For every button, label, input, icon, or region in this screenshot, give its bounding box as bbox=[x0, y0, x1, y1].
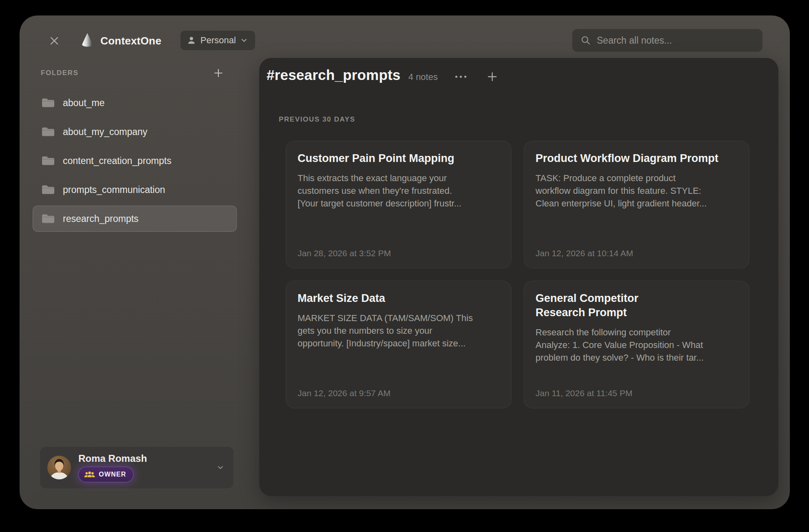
folders-heading: FOLDERS bbox=[41, 69, 78, 77]
folder-icon bbox=[41, 155, 55, 166]
plus-icon bbox=[487, 71, 498, 82]
workspace-label: Personal bbox=[200, 35, 236, 46]
more-options-button[interactable] bbox=[452, 73, 469, 81]
folder-name: content_creation_prompts bbox=[63, 155, 171, 166]
add-note-button[interactable] bbox=[485, 69, 500, 84]
folder-item-about_me[interactable]: about_me bbox=[33, 90, 237, 116]
plus-icon bbox=[213, 68, 224, 78]
folder-list: about_me about_my_company content_creati… bbox=[33, 90, 237, 232]
close-button[interactable] bbox=[47, 33, 62, 48]
note-card[interactable]: Market Size Data MARKET SIZE DATA (TAM/S… bbox=[286, 281, 511, 408]
folder-item-prompts_communication[interactable]: prompts_communication bbox=[33, 177, 237, 203]
notes-panel: #research_prompts 4 notes PREVIOUS 30 DA… bbox=[259, 58, 778, 496]
search-icon bbox=[580, 35, 591, 46]
ellipsis-icon bbox=[454, 74, 468, 79]
note-date: Jan 11, 2026 at 11:45 PM bbox=[536, 388, 738, 398]
workspace-switcher[interactable]: Personal bbox=[180, 31, 255, 50]
note-card[interactable]: Customer Pain Point Mapping This extract… bbox=[286, 141, 511, 268]
close-icon bbox=[48, 35, 60, 47]
chevron-down-icon bbox=[216, 463, 224, 472]
search-input[interactable]: Search all notes... bbox=[572, 29, 762, 52]
note-title: General Competitor Research Prompt bbox=[536, 291, 738, 320]
note-title: Product Workflow Diagram Prompt bbox=[536, 151, 738, 166]
folder-name: about_me bbox=[63, 98, 104, 109]
folder-item-about_my_company[interactable]: about_my_company bbox=[33, 119, 237, 145]
note-card[interactable]: General Competitor Research Prompt Resea… bbox=[524, 281, 749, 408]
add-folder-button[interactable] bbox=[211, 66, 225, 80]
owner-badge: OWNER bbox=[78, 467, 133, 482]
folder-name: prompts_communication bbox=[63, 184, 165, 195]
note-title: Customer Pain Point Mapping bbox=[298, 151, 500, 166]
role-label: OWNER bbox=[99, 471, 126, 478]
note-excerpt: MARKET SIZE DATA (TAM/SAM/SOM) This gets… bbox=[298, 312, 500, 350]
note-excerpt: TASK: Produce a complete product workflo… bbox=[536, 172, 738, 210]
panel-header: #research_prompts 4 notes bbox=[267, 67, 500, 83]
note-date: Jan 28, 2026 at 3:52 PM bbox=[298, 248, 500, 258]
app-title: ContextOne bbox=[100, 35, 161, 47]
note-excerpt: This extracts the exact language your cu… bbox=[298, 172, 500, 210]
app-logo-cone-icon bbox=[82, 33, 93, 48]
app-window: ContextOne Personal Search all notes... … bbox=[20, 16, 790, 509]
folder-title: #research_prompts bbox=[267, 67, 400, 83]
note-date: Jan 12, 2026 at 9:57 AM bbox=[298, 388, 500, 398]
note-card[interactable]: Product Workflow Diagram Prompt TASK: Pr… bbox=[524, 141, 749, 268]
note-title: Market Size Data bbox=[298, 291, 500, 306]
note-date: Jan 12, 2026 at 10:14 AM bbox=[536, 248, 738, 258]
team-icon bbox=[84, 471, 95, 478]
folder-name: research_prompts bbox=[63, 213, 138, 224]
folder-item-content_creation_prompts[interactable]: content_creation_prompts bbox=[33, 148, 237, 174]
folder-item-research_prompts[interactable]: research_prompts bbox=[33, 206, 237, 232]
note-excerpt: Research the following competitor Analyz… bbox=[536, 326, 738, 364]
chevron-down-icon bbox=[240, 37, 248, 44]
search-placeholder: Search all notes... bbox=[597, 35, 672, 46]
folder-icon bbox=[41, 97, 55, 109]
folder-name: about_my_company bbox=[63, 126, 147, 137]
folder-icon bbox=[41, 126, 55, 137]
folder-icon bbox=[41, 184, 55, 195]
person-icon bbox=[187, 36, 196, 45]
section-label: PREVIOUS 30 DAYS bbox=[279, 115, 355, 124]
folders-header: FOLDERS bbox=[41, 66, 225, 80]
user-name: Roma Romash bbox=[78, 453, 147, 464]
notes-count: 4 notes bbox=[408, 72, 438, 82]
notes-grid: Customer Pain Point Mapping This extract… bbox=[286, 141, 749, 408]
user-profile[interactable]: Roma Romash OWNER bbox=[40, 447, 233, 488]
avatar bbox=[47, 456, 71, 479]
folder-icon bbox=[41, 213, 55, 224]
